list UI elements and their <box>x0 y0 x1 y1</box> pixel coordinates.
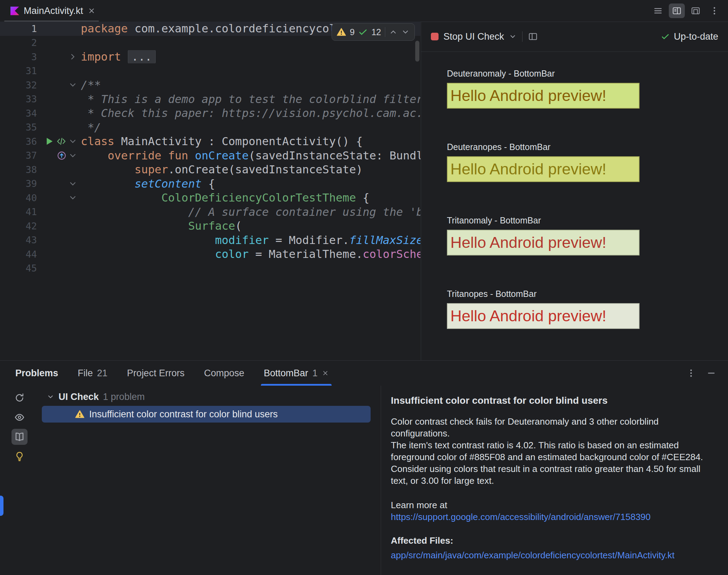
line-number: 2 <box>0 37 37 48</box>
code-line[interactable]: 32/** <box>0 78 420 92</box>
markup-icon[interactable] <box>56 136 67 147</box>
preview-eye-button[interactable] <box>11 409 28 425</box>
split-editor-button[interactable] <box>669 3 685 18</box>
code-line[interactable]: 36class MainActivity : ComponentActivity… <box>0 134 420 149</box>
code-line[interactable]: 37 override fun onCreate(savedInstanceSt… <box>0 149 420 163</box>
ui-check-header: Stop UI Check Up-to-date <box>421 22 728 52</box>
editor-options-button[interactable] <box>650 3 666 18</box>
code-text: * Check this paper: https://vision.psych… <box>81 107 420 120</box>
line-number: 39 <box>0 178 37 189</box>
code-token: { <box>356 191 370 204</box>
ui-preview-button[interactable] <box>688 3 704 18</box>
preview-group: Tritanopes - BottomBarHello Android prev… <box>447 289 728 329</box>
preview-eye-icon <box>14 412 25 423</box>
layout-mode-icon[interactable] <box>528 32 538 41</box>
chevron-down-icon[interactable] <box>509 33 517 40</box>
learn-more-link[interactable]: https://support.google.com/accessibility… <box>391 512 651 522</box>
more-options-icon[interactable] <box>686 368 696 378</box>
fold-collapse-icon[interactable] <box>68 151 77 160</box>
more-button[interactable] <box>706 3 722 18</box>
preview-group: Deuteranopes - BottomBarHello Android pr… <box>447 142 728 182</box>
line-number: 43 <box>0 235 37 245</box>
code-token: ( <box>235 219 242 233</box>
next-problem-icon[interactable] <box>401 28 410 36</box>
gutter-icons <box>37 179 81 188</box>
tab-problems[interactable]: Problems <box>15 361 58 386</box>
code-line[interactable]: 31 <box>0 64 420 78</box>
hide-panel-icon[interactable] <box>706 368 716 378</box>
inspections-widget[interactable]: 9 12 <box>332 23 415 41</box>
code-line[interactable]: 38 super.onCreate(savedInstanceState) <box>0 163 420 177</box>
problem-description: Color contrast check fails for Deuterano… <box>391 416 718 439</box>
line-number: 37 <box>0 150 37 161</box>
code-line[interactable]: 44 color = MaterialTheme.colorScheme.bac… <box>0 247 420 261</box>
fold-collapse-icon[interactable] <box>68 193 77 202</box>
code-text: // A surface container using the 'backgr… <box>81 205 420 219</box>
tab-bottombar[interactable]: BottomBar1 <box>264 361 329 386</box>
previous-problem-icon[interactable] <box>389 28 397 36</box>
refresh-icon <box>14 393 25 403</box>
chevron-down-icon[interactable] <box>47 393 54 401</box>
status-up-to-date: Up-to-date <box>661 31 718 42</box>
preview-box[interactable]: Hello Android preview! <box>447 83 640 109</box>
code-token: * This is a demo app to test the colorbl… <box>81 93 420 106</box>
code-text: setContent { <box>81 177 420 190</box>
tool-strip <box>0 386 39 575</box>
code-line[interactable]: 41 // A surface container using the 'bac… <box>0 205 420 219</box>
tree-group-ui-check[interactable]: UI Check 1 problem <box>39 389 381 404</box>
fold-collapse-icon[interactable] <box>68 179 77 188</box>
folded-code-placeholder[interactable]: ... <box>128 50 156 63</box>
reader-mode-button[interactable] <box>11 429 28 445</box>
code-token: colorScheme.background <box>363 247 420 261</box>
code-line[interactable]: 39 setContent { <box>0 177 420 191</box>
preview-box[interactable]: Hello Android preview! <box>447 303 640 329</box>
code-line[interactable]: 43 modifier = Modifier.fillMaxSize(), <box>0 233 420 247</box>
quickfix-bulb-button[interactable] <box>11 448 28 464</box>
code-line[interactable]: 42 Surface( <box>0 219 420 233</box>
code-token: .onCreate(savedInstanceState) <box>168 163 363 176</box>
close-tab-icon[interactable] <box>88 7 95 15</box>
code-editor[interactable]: 1package com.example.colordeficiencycolo… <box>0 22 420 360</box>
preview-label: Tritanomaly - BottomBar <box>447 215 728 226</box>
code-line[interactable]: 45 <box>0 261 420 276</box>
preview-box[interactable]: Hello Android preview! <box>447 156 640 182</box>
passed-check-icon <box>358 27 367 37</box>
tab-project-errors[interactable]: Project Errors <box>127 361 185 386</box>
group-info: 1 problem <box>103 392 145 402</box>
code-line[interactable]: 40 ColorDeficiencyColorTestTheme { <box>0 191 420 205</box>
code-line[interactable]: 34 * Check this paper: https://vision.ps… <box>0 106 420 120</box>
code-token: Surface <box>188 219 235 233</box>
code-token: // A surface container using the 'backgr… <box>81 205 420 219</box>
fold-expand-icon[interactable] <box>68 52 77 61</box>
refresh-button[interactable] <box>11 390 28 406</box>
run-icon[interactable] <box>44 136 54 147</box>
tab-compose[interactable]: Compose <box>204 361 245 386</box>
code-line[interactable]: 3import ... <box>0 50 420 64</box>
tab-mainactivity[interactable]: MainActivity.kt <box>0 0 103 22</box>
code-line[interactable]: 35 */ <box>0 120 420 135</box>
preview-box[interactable]: Hello Android preview! <box>447 230 640 255</box>
line-number: 40 <box>0 192 37 203</box>
tool-window-stripe-indicator[interactable] <box>0 496 3 516</box>
tab-label: Problems <box>15 368 58 379</box>
problem-description-detail: The item's text contrast ratio is 4.02. … <box>391 439 718 487</box>
stop-ui-check-button[interactable]: Stop UI Check <box>431 31 517 42</box>
override-icon[interactable] <box>57 151 67 160</box>
code-line[interactable]: 33 * This is a demo app to test the colo… <box>0 92 420 107</box>
editor-scrollbar[interactable] <box>415 41 419 62</box>
stop-icon <box>431 33 439 40</box>
warning-icon <box>337 27 346 37</box>
tab-file[interactable]: File21 <box>78 361 108 386</box>
close-icon[interactable] <box>322 370 329 377</box>
code-token: ColorDeficiencyColorTestTheme <box>161 191 356 204</box>
code-token <box>81 163 134 176</box>
gutter-icons <box>37 151 81 160</box>
code-token: super <box>134 163 168 176</box>
code-token: = Modifier. <box>269 234 349 247</box>
divider <box>522 31 522 42</box>
fold-collapse-icon[interactable] <box>68 80 77 89</box>
problem-item[interactable]: Insufficient color contrast for color bl… <box>42 406 371 423</box>
code-text: super.onCreate(savedInstanceState) <box>81 163 420 176</box>
affected-file-link[interactable]: app/src/main/java/com/example/colordefic… <box>391 550 675 560</box>
fold-collapse-icon[interactable] <box>68 137 77 146</box>
